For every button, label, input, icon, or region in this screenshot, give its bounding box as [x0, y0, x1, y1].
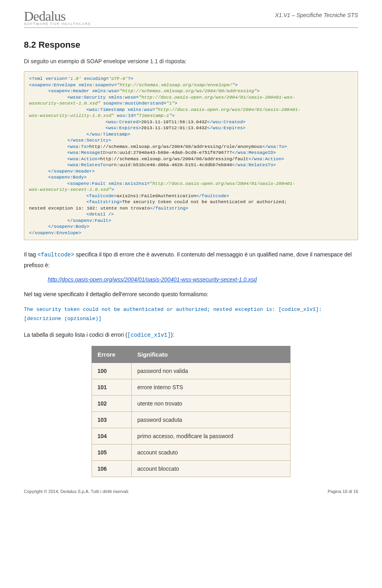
footer-copyright: Copyright © 2014, Dedalus S.p.A. Tutti i… — [24, 489, 128, 494]
paragraph-table-intro: La tabella di seguito lista i codici di … — [24, 330, 358, 340]
codice-inline: [codice_x1v1] — [127, 332, 171, 338]
logo-tagline: SOFTWARE FOR HEALTHCARE — [24, 22, 91, 26]
err-code: 101 — [92, 379, 132, 395]
paragraph-format: Nel tag viene specificato il dettaglio d… — [24, 289, 358, 299]
err-desc: account scaduto — [132, 444, 290, 460]
doc-id: X1.V1 – Specifiche Tecniche STS — [275, 12, 358, 18]
err-code: 105 — [92, 444, 132, 460]
para1-a: Il tag — [24, 251, 37, 258]
logo-text: Dedalus — [24, 10, 91, 23]
namespace-link-line: http://docs.oasis-open.org/wss/2004/01/o… — [48, 276, 358, 283]
paragraph-faultcode: Il tag <faultcode> specifica il tipo di … — [24, 250, 358, 270]
err-code: 106 — [92, 460, 132, 477]
err-code: 104 — [92, 428, 132, 444]
table-header-row: Errore Significato — [92, 346, 290, 363]
err-code: 102 — [92, 395, 132, 411]
namespace-link[interactable]: http://docs.oasis-open.org/wss/2004/01/o… — [48, 276, 257, 283]
page-footer: Copyright © 2014, Dedalus S.p.A. Tutti i… — [24, 489, 358, 494]
err-desc: errore interno STS — [132, 379, 290, 395]
faultcode-inline: <faultcode> — [37, 252, 74, 258]
th-meaning: Significato — [132, 346, 290, 363]
table-row: 106account bloccato — [92, 460, 290, 477]
err-desc: primo accesso, modificare la password — [132, 428, 290, 444]
table-row: 105account scaduto — [92, 444, 290, 460]
table-row: 103password scaduta — [92, 411, 290, 428]
footer-page: Pagina 10 di 16 — [328, 489, 358, 494]
table-row: 101errore interno STS — [92, 379, 290, 395]
para3-b: ): — [171, 332, 174, 338]
page-header: Dedalus SOFTWARE FOR HEALTHCARE X1.V1 – … — [24, 10, 358, 28]
table-row: 102utente non trovato — [92, 395, 290, 411]
table-row: 100password non valida — [92, 363, 290, 379]
para3-a: La tabella di seguito lista i codici di … — [24, 332, 127, 338]
code-block: <?xml version='1.0' encoding='UTF-8'?> <… — [24, 71, 358, 240]
section-intro: Di seguito un esempio di SOAP envelope v… — [24, 57, 358, 66]
section-title: 8.2 Response — [24, 40, 358, 50]
logo: Dedalus SOFTWARE FOR HEALTHCARE — [24, 10, 91, 26]
error-codes-table: Errore Significato 100password non valid… — [92, 346, 290, 477]
table-row: 104primo accesso, modificare la password — [92, 428, 290, 444]
err-desc: account bloccato — [132, 460, 290, 477]
err-desc: password scaduta — [132, 411, 290, 428]
err-code: 100 — [92, 363, 132, 379]
err-code: 103 — [92, 411, 132, 428]
err-desc: password non valida — [132, 363, 290, 379]
err-desc: utente non trovato — [132, 395, 290, 411]
error-format-line: The security token could not be authenti… — [24, 305, 358, 324]
th-error: Errore — [92, 346, 132, 363]
